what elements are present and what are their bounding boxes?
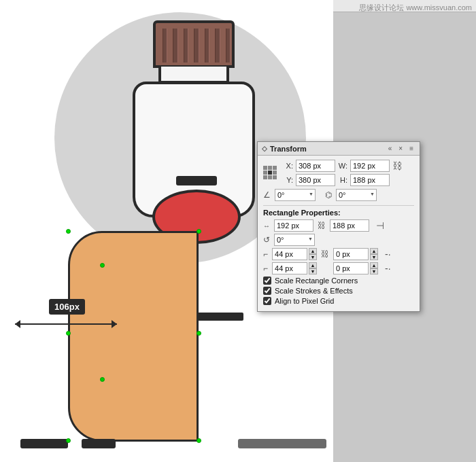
corner-tr-up[interactable]: ▲ [370, 248, 378, 254]
cap-line [215, 29, 220, 63]
bottle-cap-lines [163, 29, 231, 63]
panel-close-btn[interactable]: × [396, 144, 405, 153]
cap-line [205, 29, 209, 63]
bottle-illustration [133, 20, 255, 224]
bottle-dash [176, 176, 217, 185]
handle-bottom-right [197, 438, 201, 443]
x-label: X: [284, 162, 293, 170]
grid-dot-active [268, 171, 272, 175]
cap-line [173, 29, 177, 63]
corner-br-spinner: ▲ ▼ [333, 262, 378, 274]
cap-line [163, 29, 167, 63]
rect-angle-select-wrapper: 0° [274, 234, 315, 246]
shear-icon: ⌬ [325, 190, 332, 200]
rect-rotation-row: ↺ 0° [263, 234, 414, 246]
panel-titlebar: ◇ Transform « × ≡ [258, 142, 420, 156]
rect-chain-icon[interactable]: ⛓ [318, 221, 326, 230]
corner-br-input[interactable] [333, 262, 369, 274]
angle-shear-row: ∠ ⌬ [263, 189, 414, 201]
handle-mid-right [197, 331, 201, 336]
handle-top-left [66, 229, 71, 234]
corner-radius-handle-tl [100, 263, 105, 268]
rect-wh-icon: ↔ [263, 222, 270, 230]
corner-tr-input[interactable] [333, 248, 369, 260]
scale-corners-label: Scale Rectangle Corners [275, 277, 358, 285]
rect-props-title: Rectangle Properties: [263, 205, 414, 217]
transform-icon: ◇ [262, 145, 267, 152]
corner-bl-icon: ⌐ [263, 264, 268, 273]
bottle-body [133, 82, 255, 217]
grid-dot [268, 175, 272, 179]
scale-strokes-row: Scale Strokes & Effects [263, 287, 414, 295]
canvas-area: 思缘设计论坛 www.missvuan.com [0, 0, 476, 462]
scale-strokes-label: Scale Strokes & Effects [275, 287, 353, 295]
y-input[interactable] [296, 174, 335, 186]
transform-panel: ◇ Transform « × ≡ [257, 141, 420, 312]
corner-dash-icon-2: -· [385, 263, 391, 274]
corner-tl-spinner: ▲ ▼ [272, 248, 317, 260]
corner-tl-down[interactable]: ▼ [309, 254, 317, 260]
cap-line [184, 29, 188, 63]
panel-collapse-btn[interactable]: « [386, 144, 394, 153]
bottom-bar-1 [20, 439, 68, 448]
corner-br-btns: ▲ ▼ [370, 262, 378, 274]
panel-controls: « × ≡ [386, 144, 415, 153]
w-input[interactable] [350, 160, 390, 172]
selected-rounded-rect[interactable] [68, 231, 199, 442]
grid-dot [273, 171, 277, 175]
corner-br-up[interactable]: ▲ [370, 262, 378, 268]
corner-bl-up[interactable]: ▲ [309, 262, 317, 268]
chain-icon-w[interactable]: ⛓ [392, 160, 402, 171]
grid-dot [263, 166, 267, 170]
reference-point-grid[interactable] [263, 166, 278, 181]
corner-tr-down[interactable]: ▼ [370, 254, 378, 260]
corner-chain-icon[interactable]: ⛓ [321, 249, 329, 259]
grid-dot [273, 166, 277, 170]
corner-bl-row: ⌐ ▲ ▼ ⛓ ▲ ▼ -· [263, 262, 414, 274]
panel-menu-btn[interactable]: ≡ [407, 144, 415, 153]
corner-bl-spinner: ▲ ▼ [272, 262, 317, 274]
corner-br-down[interactable]: ▼ [370, 268, 378, 274]
corner-tl-up[interactable]: ▲ [309, 248, 317, 254]
panel-title: ◇ Transform [262, 145, 307, 153]
handle-bottom-left [66, 438, 71, 443]
rect-angle-select[interactable]: 0° [274, 234, 315, 246]
watermark: 思缘设计论坛 www.missvuan.com [359, 3, 472, 13]
shear-input[interactable] [336, 189, 377, 201]
angle-input[interactable] [275, 189, 316, 201]
align-grid-checkbox[interactable] [263, 297, 271, 305]
scale-corners-row: Scale Rectangle Corners [263, 277, 414, 285]
rect-wh-row: ↔ ⛓ ⊣ [263, 219, 414, 232]
y-field-group: Y: H: [284, 174, 402, 186]
bottom-bar-2 [82, 439, 116, 448]
corner-radius-handle-bl [100, 377, 105, 382]
corner-bl-btns: ▲ ▼ [309, 262, 317, 274]
rotation-icon: ↺ [263, 235, 270, 245]
grid-dot [273, 175, 277, 179]
dimension-arrow [15, 323, 117, 325]
x-field-group: X: W: ⛓ [284, 160, 402, 172]
cap-line [226, 29, 231, 63]
w-label: W: [338, 162, 347, 170]
corner-bl-input[interactable] [272, 262, 307, 274]
x-input[interactable] [296, 160, 335, 172]
corner-tl-icon: ⌐ [263, 249, 268, 259]
grid-dot [263, 171, 267, 175]
corner-bl-down[interactable]: ▼ [309, 268, 317, 274]
corner-tr-spinner: ▲ ▼ [333, 248, 378, 260]
panel-title-text: Transform [270, 145, 307, 153]
grid-dot [263, 175, 267, 179]
h-label: H: [338, 176, 347, 184]
corner-tl-row: ⌐ ▲ ▼ ⛓ ▲ ▼ -· [263, 248, 414, 260]
scale-strokes-checkbox[interactable] [263, 287, 271, 295]
rect-h-input[interactable] [330, 219, 369, 232]
rect-w-input[interactable] [274, 219, 313, 232]
align-grid-row: Align to Pixel Grid [263, 297, 414, 305]
corner-tl-input[interactable] [272, 248, 307, 260]
h-input[interactable] [350, 174, 390, 186]
angle-icon: ∠ [263, 190, 271, 200]
constraint-icon[interactable]: ⊣ [376, 220, 384, 231]
y-label: Y: [284, 176, 293, 184]
cap-line [194, 29, 199, 63]
scale-corners-checkbox[interactable] [263, 277, 271, 285]
